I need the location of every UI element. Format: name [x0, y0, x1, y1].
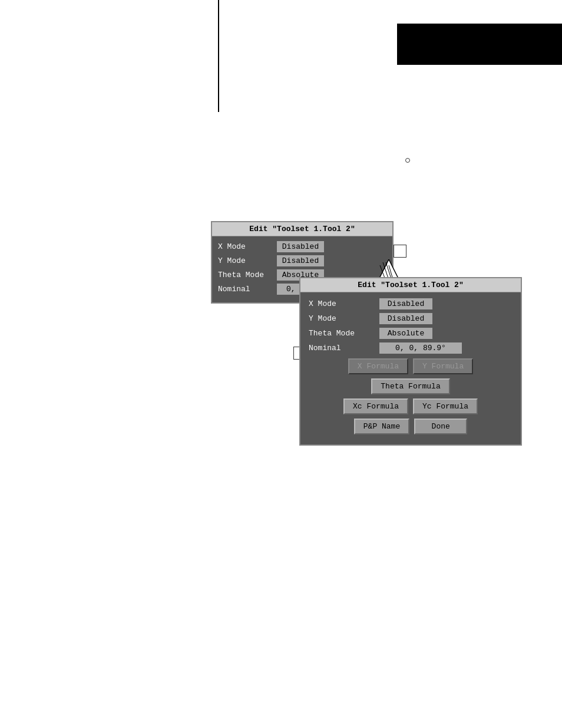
top-black-bar [397, 24, 562, 65]
btn-row-3: Xc Formula Yc Formula [309, 398, 513, 414]
dialog-front-body: X Mode Disabled Y Mode Disabled Theta Mo… [300, 292, 521, 444]
front-label-y-mode: Y Mode [309, 314, 379, 323]
buttons-section: X Formula Y Formula Theta Formula Xc For… [309, 358, 513, 434]
front-field-row-1: X Mode Disabled [309, 298, 513, 309]
pnp-name-button[interactable]: P&P Name [354, 419, 409, 434]
vertical-line [218, 0, 219, 112]
y-formula-button[interactable]: Y Formula [413, 358, 473, 374]
front-field-row-3: Theta Mode Absolute [309, 328, 513, 339]
front-field-row-4: Nominal 0, 0, 89.9° [309, 342, 513, 354]
back-field-row-1: X Mode Disabled [218, 241, 386, 252]
back-field-row-2: Y Mode Disabled [218, 255, 386, 266]
back-value-y-mode[interactable]: Disabled [277, 255, 324, 266]
dialog-back-title: Edit "Toolset 1.Tool 2" [212, 222, 392, 236]
back-label-theta-mode: Theta Mode [218, 271, 277, 279]
small-circle [405, 158, 410, 163]
dialog-front-title: Edit "Toolset 1.Tool 2" [300, 278, 521, 292]
front-label-nominal: Nominal [309, 344, 379, 353]
front-field-row-2: Y Mode Disabled [309, 313, 513, 324]
front-value-y-mode[interactable]: Disabled [379, 313, 432, 324]
back-label-nominal: Nominal [218, 285, 277, 294]
dialog-front: Edit "Toolset 1.Tool 2" X Mode Disabled … [299, 277, 522, 446]
front-label-x-mode: X Mode [309, 299, 379, 308]
front-label-theta-mode: Theta Mode [309, 329, 379, 338]
back-value-x-mode[interactable]: Disabled [277, 241, 324, 252]
done-button[interactable]: Done [414, 419, 467, 434]
front-value-nominal[interactable]: 0, 0, 89.9° [379, 342, 462, 354]
back-label-x-mode: X Mode [218, 242, 277, 251]
back-label-y-mode: Y Mode [218, 256, 277, 265]
x-formula-button[interactable]: X Formula [348, 358, 408, 374]
white-square-back [394, 245, 406, 258]
btn-row-4: P&P Name Done [309, 419, 513, 434]
front-value-theta-mode[interactable]: Absolute [379, 328, 432, 339]
front-value-x-mode[interactable]: Disabled [379, 298, 432, 309]
yc-formula-button[interactable]: Yc Formula [413, 398, 478, 414]
btn-row-1: X Formula Y Formula [309, 358, 513, 374]
btn-row-2: Theta Formula [309, 378, 513, 394]
xc-formula-button[interactable]: Xc Formula [343, 398, 408, 414]
theta-formula-button[interactable]: Theta Formula [371, 378, 449, 394]
